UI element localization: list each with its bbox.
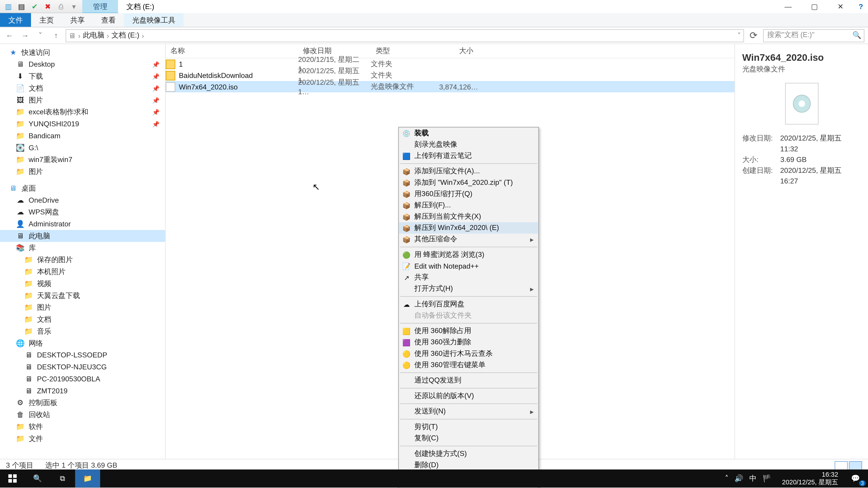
system-tray[interactable]: ˄ 🔊 中 🏴 [719, 473, 777, 484]
start-button[interactable] [0, 469, 25, 487]
tree-item[interactable]: 📁音乐 [0, 325, 165, 337]
context-tab[interactable]: 管理 [82, 0, 118, 13]
list-item[interactable]: Win7x64_2020.iso2020/12/25, 星期五 1…光盘映像文件… [166, 81, 735, 92]
tree-desktop-root[interactable]: 🖥 桌面 [0, 182, 165, 194]
taskbar-search-icon[interactable]: 🔍 [25, 469, 50, 487]
tree-item[interactable]: 🖥DESKTOP-NJEU3CG [0, 361, 165, 373]
tree-item[interactable]: ☁WPS网盘 [0, 206, 165, 218]
nav-forward-icon[interactable]: → [19, 31, 31, 40]
menu-item[interactable]: ↗共享 [399, 272, 538, 283]
nav-history-dropdown[interactable]: ˅ [35, 31, 46, 40]
qat-check-icon[interactable]: ✔ [30, 2, 39, 11]
menu-item[interactable]: 🟢用 蜂蜜浏览器 浏览(3) [399, 249, 538, 260]
search-input[interactable]: 搜索"文档 (E:)" 🔍 [763, 29, 864, 42]
menu-item[interactable]: 创建快捷方式(S) [399, 448, 538, 459]
tree-item[interactable]: 📄文档📌 [0, 82, 165, 94]
menu-item[interactable]: 🟪使用 360强力删除 [399, 337, 538, 348]
crumb-0[interactable]: 此电脑 [83, 31, 104, 41]
flag-icon[interactable]: 🏴 [763, 474, 772, 483]
menu-item[interactable]: 📝Edit with Notepad++ [399, 260, 538, 272]
tree-item[interactable]: 🖥DESKTOP-LSSOEDP [0, 349, 165, 361]
tree-item[interactable]: 📁win7重装win7 [0, 154, 165, 166]
tree-item[interactable]: 📁图片 [0, 302, 165, 314]
tree-item[interactable]: 📁本机照片 [0, 266, 165, 278]
menu-item[interactable]: 剪切(T) [399, 421, 538, 433]
list-item[interactable]: 12020/12/15, 星期二 1…文件夹 [166, 58, 735, 70]
qat-dropdown-icon[interactable]: ▾ [69, 2, 79, 11]
tree-item[interactable]: 📁文档 [0, 313, 165, 325]
tree-item[interactable]: 📁Bandicam [0, 130, 165, 142]
tree-item[interactable]: 🖥此电脑 [0, 230, 165, 242]
menu-item[interactable]: 📦解压到 Win7x64_2020\ (E) [399, 222, 538, 234]
list-item[interactable]: BaiduNetdiskDownload2020/12/25, 星期五 1…文件… [166, 70, 735, 81]
menu-item[interactable]: 📦用360压缩打开(Q) [399, 188, 538, 199]
menu-item[interactable]: 打开方式(H)▸ [399, 283, 538, 294]
col-name[interactable]: 名称 [166, 46, 298, 56]
tree-item[interactable]: 🖥Desktop📌 [0, 58, 165, 70]
menu-item[interactable]: 发送到(N)▸ [399, 406, 538, 417]
tree-item[interactable]: ☁OneDrive [0, 194, 165, 206]
tree-item[interactable]: 🌐网络 [0, 337, 165, 349]
tree-item[interactable]: 🖥PC-20190530OBLA [0, 373, 165, 385]
minimize-button[interactable]: — [775, 0, 801, 13]
menu-item[interactable]: 还原以前的版本(V) [399, 390, 538, 401]
action-center-icon[interactable]: 💬3 [843, 469, 868, 487]
tree-item[interactable]: 📁天翼云盘下载 [0, 290, 165, 302]
menu-item[interactable]: 复制(C) [399, 433, 538, 444]
qat-properties-icon[interactable]: ▤ [17, 2, 26, 11]
ribbon-share[interactable]: 共享 [62, 13, 93, 27]
menu-item[interactable]: 📦其他压缩命令▸ [399, 234, 538, 245]
tree-item[interactable]: 📁YUNQISHI2019📌 [0, 118, 165, 130]
view-details-button[interactable] [835, 461, 848, 470]
tree-item[interactable]: ⬇下载📌 [0, 70, 165, 82]
column-headers[interactable]: 名称 修改日期 类型 大小 [166, 44, 735, 58]
breadcrumb-dropdown-icon[interactable]: ˅ [737, 31, 741, 39]
menu-item[interactable]: ☁上传到百度网盘 [399, 298, 538, 310]
taskbar-explorer-icon[interactable]: 📁 [75, 469, 100, 487]
tree-item[interactable]: 📁视频 [0, 278, 165, 290]
menu-item[interactable]: 📦添加到 "Win7x64_2020.zip" (T) [399, 177, 538, 188]
tree-item[interactable]: 🖼图片📌 [0, 94, 165, 106]
tree-quick-access[interactable]: ★ 快速访问 [0, 46, 165, 59]
menu-item[interactable]: 💿装载 [399, 127, 538, 139]
ime-indicator[interactable]: 中 [749, 473, 756, 484]
tree-item[interactable]: 📁文件 [0, 433, 165, 445]
ribbon-view[interactable]: 查看 [93, 13, 124, 27]
col-date[interactable]: 修改日期 [298, 46, 371, 56]
menu-item[interactable]: 通过QQ发送到 [399, 375, 538, 386]
close-button[interactable]: ✕ [828, 0, 854, 13]
refresh-icon[interactable]: ⟳ [747, 30, 760, 41]
tree-item[interactable]: 🖥ZMT2019 [0, 385, 165, 397]
tree-item[interactable]: 💽G:\ [0, 142, 165, 154]
taskbar[interactable]: 🔍 ⧉ 📁 ˄ 🔊 中 🏴 16:32 2020/12/25, 星期五 💬3 [0, 469, 868, 487]
tree-item[interactable]: 📁保存的图片 [0, 254, 165, 266]
nav-up-icon[interactable]: ↑ [50, 31, 62, 40]
maximize-button[interactable]: ▢ [801, 0, 828, 13]
col-size[interactable]: 大小 [430, 46, 478, 56]
crumb-1[interactable]: 文档 (E:) [112, 31, 139, 41]
tree-item[interactable]: ⚙控制面板 [0, 397, 165, 409]
menu-item[interactable]: 🟡使用 360进行木马云查杀 [399, 348, 538, 359]
tree-item[interactable]: 📁软件 [0, 421, 165, 433]
menu-item[interactable]: 刻录光盘映像 [399, 139, 538, 150]
col-type[interactable]: 类型 [371, 46, 430, 56]
menu-item[interactable]: 📦解压到(F)... [399, 200, 538, 211]
tree-item[interactable]: 📁图片 [0, 166, 165, 177]
volume-icon[interactable]: 🔊 [735, 474, 743, 483]
tray-chevron-up-icon[interactable]: ˄ [725, 474, 728, 483]
nav-tree[interactable]: ★ 快速访问 🖥Desktop📌⬇下载📌📄文档📌🖼图片📌📁excel表格制作求和… [0, 44, 166, 459]
taskbar-clock[interactable]: 16:32 2020/12/25, 星期五 [777, 471, 843, 486]
view-icons-button[interactable] [849, 461, 862, 470]
menu-item[interactable]: 🟨使用 360解除占用 [399, 325, 538, 337]
ribbon-home[interactable]: 主页 [31, 13, 62, 27]
menu-item[interactable]: 📦解压到当前文件夹(X) [399, 211, 538, 222]
menu-item[interactable]: 📦添加到压缩文件(A)... [399, 166, 538, 177]
tree-item[interactable]: 👤Administrator [0, 218, 165, 230]
task-view-icon[interactable]: ⧉ [50, 469, 75, 487]
tree-item[interactable]: 🗑回收站 [0, 409, 165, 421]
menu-item[interactable]: 🟡使用 360管理右键菜单 [399, 359, 538, 370]
ribbon-file[interactable]: 文件 [0, 13, 31, 27]
menu-item[interactable]: 删除(D) [399, 459, 538, 470]
help-button[interactable]: ? [854, 0, 868, 13]
breadcrumb[interactable]: 🖥 › 此电脑 › 文档 (E:) › ˅ [66, 29, 744, 42]
